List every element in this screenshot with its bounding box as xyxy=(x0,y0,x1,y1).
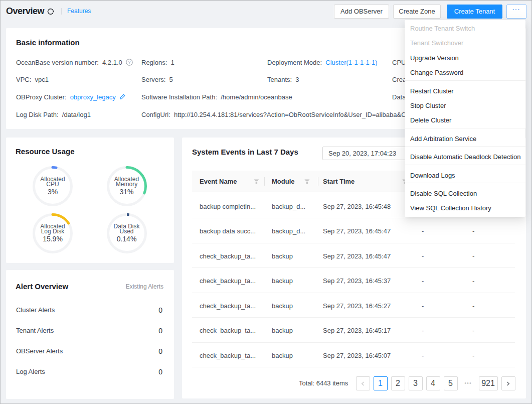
svg-text:?: ? xyxy=(128,60,130,65)
